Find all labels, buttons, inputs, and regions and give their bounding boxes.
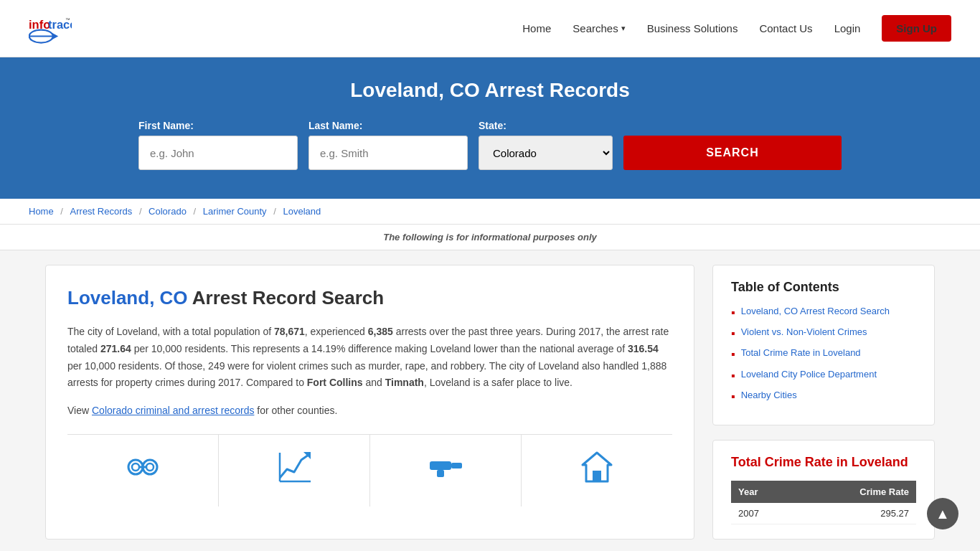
header: info tracer ™ Home Searches ▾ Business S…	[0, 0, 980, 57]
toc-link-1[interactable]: Loveland, CO Arrest Record Search	[741, 306, 890, 316]
hero-section: Loveland, CO Arrest Records First Name: …	[0, 57, 980, 199]
toc-link-5[interactable]: Nearby Cities	[741, 390, 797, 400]
state-select[interactable]: Colorado Alabama Alaska Arizona Arkansas…	[479, 136, 613, 170]
last-name-label: Last Name:	[308, 120, 468, 131]
crime-rate-box: Total Crime Rate in Loveland Year Crime …	[712, 440, 935, 540]
first-name-input[interactable]	[138, 136, 298, 170]
nav-searches[interactable]: Searches ▾	[573, 22, 625, 34]
info-bar: The following is for informational purpo…	[0, 225, 980, 250]
row-year: 2007	[731, 503, 797, 524]
svg-text:™: ™	[65, 17, 70, 22]
breadcrumb-arrest-records[interactable]: Arrest Records	[70, 206, 133, 217]
nav-business-solutions[interactable]: Business Solutions	[647, 22, 738, 34]
content-right: Table of Contents Loveland, CO Arrest Re…	[712, 265, 935, 540]
co-records-link[interactable]: Colorado criminal and arrest records	[92, 405, 254, 416]
article-heading: Loveland, CO Arrest Record Search	[67, 287, 672, 309]
state-group: State: Colorado Alabama Alaska Arizona A…	[479, 120, 613, 170]
breadcrumb-larimer-county[interactable]: Larimer County	[203, 206, 267, 217]
heading-rest: Arrest Record Search	[188, 287, 385, 309]
toc-item-2: Violent vs. Non-Violent Crimes	[731, 326, 916, 340]
row-rate: 295.27	[797, 503, 916, 524]
main-nav: Home Searches ▾ Business Solutions Conta…	[522, 15, 951, 42]
house-icon	[579, 449, 615, 492]
icon-item-crime-rate	[219, 435, 370, 507]
first-name-group: First Name:	[138, 120, 298, 170]
toc-item-3: Total Crime Rate in Loveland	[731, 347, 916, 361]
crime-table-header: Year Crime Rate	[731, 481, 916, 503]
breadcrumb: Home / Arrest Records / Colorado / Larim…	[0, 199, 980, 225]
last-name-group: Last Name:	[308, 120, 468, 170]
svg-rect-15	[451, 463, 462, 468]
table-row: 2007 295.27	[731, 503, 916, 524]
search-form: First Name: Last Name: State: Colorado A…	[138, 120, 842, 170]
toc-list: Loveland, CO Arrest Record Search Violen…	[731, 306, 916, 403]
toc-item-4: Loveland City Police Department	[731, 369, 916, 382]
main-content: Loveland, CO Arrest Record Search The ci…	[24, 265, 956, 540]
toc-link-4[interactable]: Loveland City Police Department	[741, 369, 877, 380]
content-left: Loveland, CO Arrest Record Search The ci…	[45, 265, 694, 540]
crime-rate-table: Year Crime Rate 2007 295.27	[731, 481, 916, 524]
breadcrumb-home[interactable]: Home	[29, 206, 54, 217]
toc-item-5: Nearby Cities	[731, 390, 916, 403]
search-button[interactable]: SEARCH	[623, 136, 842, 170]
crime-rate-title: Total Crime Rate in Loveland	[731, 455, 916, 470]
col-rate: Crime Rate	[797, 481, 916, 503]
icon-item-handcuffs	[67, 435, 219, 507]
toc-item-1: Loveland, CO Arrest Record Search	[731, 306, 916, 319]
toc-link-2[interactable]: Violent vs. Non-Violent Crimes	[741, 326, 867, 337]
article-paragraph-2: View Colorado criminal and arrest record…	[67, 402, 672, 420]
nav-contact-us[interactable]: Contact Us	[759, 22, 812, 34]
gun-icon	[426, 451, 466, 490]
breadcrumb-sep-4: /	[273, 206, 278, 217]
article-paragraph-1: The city of Loveland, with a total popul…	[67, 324, 672, 392]
first-name-label: First Name:	[138, 120, 298, 131]
login-button[interactable]: Login	[834, 22, 861, 34]
breadcrumb-sep-1: /	[60, 206, 65, 217]
svg-rect-14	[430, 461, 451, 470]
toc-title: Table of Contents	[731, 280, 916, 295]
breadcrumb-sep-2: /	[139, 206, 144, 217]
nav-home[interactable]: Home	[522, 22, 551, 34]
breadcrumb-sep-3: /	[194, 206, 199, 217]
signup-button[interactable]: Sign Up	[882, 15, 951, 42]
breadcrumb-colorado[interactable]: Colorado	[149, 206, 187, 217]
svg-point-8	[132, 463, 139, 471]
logo[interactable]: info tracer ™	[29, 11, 72, 47]
crime-rate-icon	[276, 449, 312, 492]
svg-text:info: info	[29, 18, 50, 31]
icon-item-gun	[370, 435, 522, 507]
handcuffs-icon	[125, 449, 161, 492]
breadcrumb-loveland[interactable]: Loveland	[283, 206, 321, 217]
icons-row	[67, 434, 672, 507]
searches-dropdown-arrow: ▾	[621, 24, 626, 33]
hero-title: Loveland, CO Arrest Records	[29, 79, 951, 102]
last-name-input[interactable]	[308, 136, 468, 170]
icon-item-house	[522, 435, 672, 507]
col-year: Year	[731, 481, 797, 503]
state-label: State:	[479, 120, 613, 131]
toc-box: Table of Contents Loveland, CO Arrest Re…	[712, 265, 935, 425]
svg-rect-18	[593, 471, 601, 481]
toc-link-3[interactable]: Total Crime Rate in Loveland	[741, 347, 861, 358]
heading-city-state: Loveland, CO	[67, 287, 188, 309]
scroll-top-button[interactable]: ▲	[927, 498, 958, 529]
svg-rect-16	[437, 470, 444, 477]
svg-marker-5	[52, 33, 58, 39]
svg-point-9	[146, 463, 154, 471]
